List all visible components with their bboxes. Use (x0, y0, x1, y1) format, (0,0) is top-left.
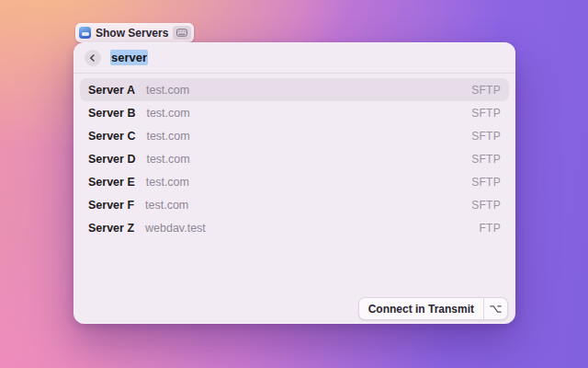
server-protocol-badge: SFTP (471, 84, 501, 97)
server-host: test.com (146, 84, 189, 97)
server-name: Server C (88, 130, 135, 143)
connect-button[interactable]: Connect in Transmit (358, 297, 508, 320)
server-row[interactable]: Server Atest.comSFTP (80, 78, 509, 101)
footer-actions: Connect in Transmit (358, 297, 508, 320)
server-host: test.com (146, 107, 189, 120)
server-host: test.com (146, 130, 189, 143)
server-name: Server D (88, 153, 135, 166)
server-protocol-badge: SFTP (471, 130, 501, 143)
server-name: Server F (88, 199, 134, 212)
search-input[interactable]: server (110, 51, 148, 64)
back-button[interactable] (85, 50, 101, 66)
keyboard-icon (173, 26, 191, 40)
search-input-selected-text: server (110, 50, 148, 65)
server-row[interactable]: Server Etest.comSFTP (80, 170, 509, 193)
server-row[interactable]: Server Dtest.comSFTP (80, 147, 509, 170)
server-row[interactable]: Server Ftest.comSFTP (80, 193, 509, 216)
option-key-icon[interactable] (484, 298, 507, 319)
server-protocol-badge: SFTP (471, 153, 501, 166)
connect-button-label: Connect in Transmit (359, 298, 483, 319)
server-row[interactable]: Server Btest.comSFTP (80, 101, 509, 124)
server-host: test.com (145, 199, 188, 212)
server-name: Server E (88, 176, 135, 189)
search-bar: server (74, 42, 515, 74)
server-protocol-badge: SFTP (471, 107, 501, 120)
server-protocol-badge: SFTP (471, 199, 501, 212)
server-protocol-badge: FTP (479, 222, 501, 235)
server-host: test.com (146, 176, 189, 189)
desktop-background: Show Servers server Server Atest.comSFTP… (0, 0, 588, 368)
server-row[interactable]: Server Zwebdav.testFTP (80, 216, 509, 239)
server-name: Server Z (88, 222, 134, 235)
server-row[interactable]: Server Ctest.comSFTP (80, 124, 509, 147)
server-list: Server Atest.comSFTPServer Btest.comSFTP… (74, 74, 515, 239)
server-host: test.com (146, 153, 189, 166)
server-name: Server A (88, 84, 135, 97)
server-protocol-badge: SFTP (471, 176, 501, 189)
show-servers-badge[interactable]: Show Servers (75, 23, 194, 42)
server-name: Server B (88, 107, 135, 120)
badge-label: Show Servers (96, 27, 168, 40)
chevron-left-icon (88, 53, 97, 63)
server-host: webdav.test (145, 222, 206, 235)
quick-search-panel: server Server Atest.comSFTPServer Btest.… (74, 42, 515, 324)
transmit-app-icon (79, 27, 91, 39)
